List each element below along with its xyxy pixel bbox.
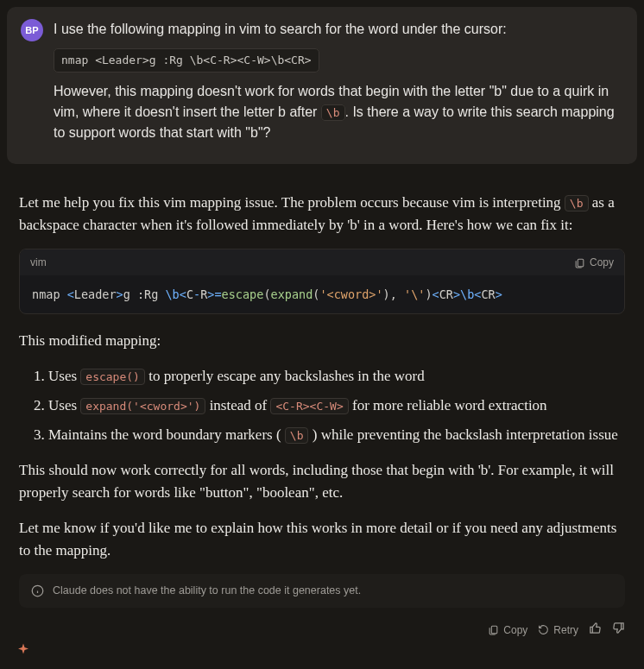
- list-item: Uses escape() to properly escape any bac…: [48, 365, 625, 388]
- tok: >: [496, 287, 502, 301]
- tok: ,: [390, 287, 404, 301]
- clipboard-icon: [488, 624, 499, 635]
- tok: \b: [460, 287, 474, 301]
- code-run-notice: Claude does not have the ability to run …: [19, 574, 625, 608]
- text: Uses: [48, 368, 80, 384]
- inline-code: escape(): [80, 369, 145, 385]
- thumbs-up-icon: [589, 622, 602, 634]
- tok: =: [214, 287, 221, 301]
- user-line-1: I use the following mapping in vim to se…: [54, 19, 623, 40]
- svg-rect-4: [492, 627, 498, 634]
- tok: Leader: [74, 287, 117, 301]
- list-item: Uses expand('<cword>') instead of <C-R><…: [48, 394, 625, 417]
- tok: <: [67, 287, 74, 301]
- text: to properly escape any backslashes in th…: [145, 368, 425, 384]
- assistant-message: Let me help you fix this vim mapping iss…: [7, 180, 637, 613]
- retry-button[interactable]: Retry: [538, 622, 578, 638]
- user-message: BP I use the following mapping in vim to…: [7, 7, 637, 164]
- tok: <: [180, 287, 186, 301]
- tok: escape: [222, 287, 264, 301]
- text: for more reliable word extraction: [349, 397, 547, 413]
- info-icon: [31, 584, 44, 597]
- thumbs-down-button[interactable]: [612, 620, 625, 641]
- tok: \b: [165, 287, 179, 301]
- retry-label: Retry: [553, 622, 578, 638]
- svg-rect-0: [578, 259, 584, 267]
- tok: -: [193, 287, 200, 301]
- tok: g: [123, 287, 137, 301]
- tok: >: [117, 287, 123, 301]
- copy-label: Copy: [590, 255, 614, 270]
- text: instead of: [205, 397, 270, 413]
- tok: CR: [439, 287, 453, 301]
- tok: ): [425, 287, 432, 301]
- user-code-block: nmap <Leader>g :Rg \b<C-R><C-W>\b<CR>: [54, 48, 319, 73]
- retry-icon: [538, 624, 549, 635]
- tok: '<cword>': [319, 287, 382, 301]
- paragraph-2: This modified mapping:: [19, 330, 625, 352]
- paragraph-3: This should now work correctly for all w…: [19, 459, 625, 505]
- list-item: Maintains the word boundary markers ( \b…: [48, 424, 625, 446]
- tok: nmap: [32, 287, 67, 301]
- inline-code-b: \b: [321, 104, 345, 121]
- tok: >: [453, 287, 460, 301]
- copy-message-button[interactable]: Copy: [488, 622, 527, 638]
- thumbs-up-button[interactable]: [589, 620, 602, 641]
- tok: expand: [271, 287, 313, 301]
- thumbs-down-icon: [612, 622, 625, 634]
- user-message-body: I use the following mapping in vim to se…: [54, 19, 623, 152]
- clipboard-icon: [574, 257, 585, 268]
- explanation-list: Uses escape() to properly escape any bac…: [35, 365, 625, 447]
- code-block: vim Copy nmap <Leader>g :Rg \b<C-R>=esca…: [19, 249, 625, 314]
- paragraph-1: Let me help you fix this vim mapping iss…: [19, 192, 625, 237]
- inline-code: <C-R><C-W>: [270, 398, 348, 414]
- text: Uses: [48, 397, 80, 413]
- tok: <: [432, 287, 439, 301]
- code-lang-label: vim: [30, 255, 47, 270]
- code-block-header: vim Copy: [20, 249, 624, 275]
- inline-code: expand('<cword>'): [80, 398, 205, 414]
- inline-code: \b: [565, 195, 589, 211]
- tok: :Rg: [137, 287, 166, 301]
- paragraph-4: Let me know if you'd like me to explain …: [19, 517, 625, 563]
- tok: CR: [481, 287, 495, 301]
- text: Maintains the word boundary markers (: [48, 426, 285, 443]
- text: ) while preventing the backslash interpr…: [308, 426, 617, 443]
- notice-text: Claude does not have the ability to run …: [53, 583, 361, 599]
- avatar: BP: [21, 19, 43, 41]
- tok: '\': [404, 287, 425, 301]
- copy-code-button[interactable]: Copy: [574, 255, 614, 270]
- copy-label: Copy: [503, 622, 527, 638]
- user-line-2: However, this mapping doesn't work for w…: [54, 81, 623, 143]
- inline-code: \b: [285, 427, 309, 444]
- code-body: nmap <Leader>g :Rg \b<C-R>=escape(expand…: [20, 275, 624, 313]
- user-message-head: BP I use the following mapping in vim to…: [21, 19, 623, 152]
- message-footer: Copy Retry: [7, 613, 637, 641]
- tok: ): [383, 287, 390, 301]
- tok: (: [263, 287, 270, 301]
- app-logo: [16, 642, 31, 664]
- tok: C: [186, 287, 193, 301]
- text: Let me help you fix this vim mapping iss…: [19, 194, 565, 211]
- sparkle-icon: [16, 642, 31, 658]
